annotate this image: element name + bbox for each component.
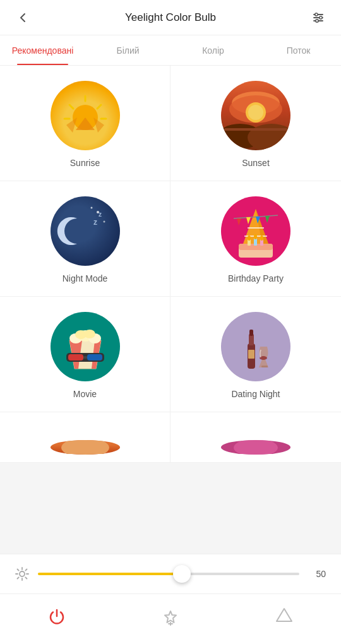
dating-night-label: Dating Night [231, 389, 280, 399]
svg-point-64 [234, 440, 278, 455]
grid-scroll: Sunrise [0, 66, 341, 552]
scene-button[interactable] [265, 600, 303, 632]
sunrise-label: Sunrise [70, 158, 100, 168]
svg-point-41 [248, 236, 251, 241]
svg-line-71 [25, 577, 27, 578]
page-title: Yeelight Color Bulb [125, 11, 216, 24]
scene-movie[interactable]: Movie [0, 297, 170, 412]
dating-night-icon [221, 312, 290, 381]
birthday-party-icon [221, 196, 290, 266]
back-button[interactable] [13, 8, 33, 28]
tab-flow[interactable]: Поток [256, 35, 341, 65]
scene-partial-1[interactable] [0, 412, 170, 463]
movie-label: Movie [73, 389, 97, 399]
svg-rect-59 [249, 330, 253, 336]
bottom-bar [0, 593, 341, 644]
svg-line-9 [97, 105, 101, 109]
tab-white[interactable]: Білий [85, 35, 170, 65]
tab-color[interactable]: Колір [170, 35, 256, 65]
scene-sunset[interactable]: Sunset [170, 66, 341, 181]
scene-dating-night[interactable]: Dating Night [170, 297, 341, 412]
svg-point-42 [254, 234, 257, 239]
header: Yeelight Color Bulb [0, 0, 341, 35]
svg-point-43 [260, 236, 263, 241]
birthday-party-label: Birthday Party [228, 273, 284, 283]
tab-bar: Рекомендовані Білий Колір Поток [0, 35, 341, 66]
brightness-slider[interactable] [38, 568, 299, 580]
svg-rect-56 [83, 356, 87, 359]
svg-rect-21 [224, 128, 287, 131]
svg-line-72 [18, 577, 19, 578]
partial-icon-1 [51, 440, 120, 455]
svg-point-18 [248, 105, 263, 120]
scene-sunrise[interactable]: Sunrise [0, 66, 170, 181]
svg-text:z: z [99, 211, 102, 218]
slider-thumb[interactable] [173, 565, 191, 583]
svg-point-23 [103, 221, 105, 223]
content-area: Sunrise [0, 66, 341, 593]
svg-point-52 [84, 330, 95, 338]
brightness-icon [15, 567, 29, 581]
settings-button[interactable] [308, 8, 328, 28]
favorite-button[interactable] [152, 600, 189, 632]
tab-recommended[interactable]: Рекомендовані [0, 35, 85, 65]
night-mode-label: Night Mode [63, 273, 108, 283]
svg-point-3 [315, 13, 318, 15]
movie-icon [51, 312, 120, 381]
power-button[interactable] [38, 600, 76, 632]
slider-track [38, 573, 299, 575]
svg-marker-35 [265, 216, 270, 223]
svg-line-73 [25, 569, 27, 571]
svg-marker-33 [246, 217, 251, 224]
partial-icon-2 [221, 440, 290, 455]
sunrise-icon [51, 81, 120, 150]
svg-point-5 [316, 19, 318, 21]
scene-birthday-party[interactable]: Birthday Party [170, 181, 341, 297]
svg-rect-60 [248, 350, 254, 359]
slider-value: 50 [308, 569, 326, 579]
svg-line-8 [69, 105, 73, 109]
svg-marker-32 [237, 218, 241, 225]
scene-night-mode[interactable]: z z Night Mode [0, 181, 170, 297]
svg-point-65 [20, 571, 25, 576]
scene-partial-2[interactable] [170, 412, 341, 463]
svg-rect-55 [87, 354, 102, 361]
svg-point-63 [61, 440, 109, 455]
svg-text:z: z [93, 218, 97, 227]
svg-rect-61 [261, 366, 268, 367]
svg-rect-54 [68, 354, 83, 361]
svg-line-70 [18, 569, 19, 571]
brightness-slider-section: 50 [0, 554, 341, 593]
svg-point-4 [320, 16, 322, 18]
sunset-icon [221, 81, 290, 150]
sunset-label: Sunset [242, 158, 270, 168]
night-mode-icon: z z [51, 196, 120, 266]
scene-grid: Sunrise [0, 66, 341, 463]
svg-point-24 [90, 207, 92, 209]
